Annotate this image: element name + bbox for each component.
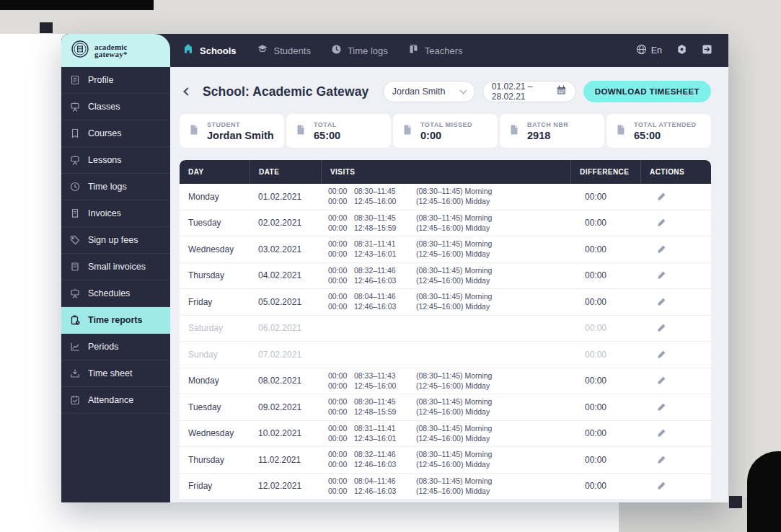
edit-button[interactable] [655,453,668,466]
sidebar-item-label: Periods [88,342,118,352]
sidebar-item-label: Courses [88,128,122,138]
calendar-check-icon [70,395,80,405]
logo-emblem-icon [71,40,89,61]
backdrop-black-square-top [40,22,53,33]
edit-button[interactable] [655,401,668,414]
sidebar-item-label: Sign up fees [88,235,138,245]
sidebar-item-classes[interactable]: Classes [61,94,170,120]
note-icon [295,124,306,138]
chevron-left-icon [183,87,191,95]
table-row-weekend: Saturday 06.02.2021 00:00 [180,316,711,342]
sidebar-item-sign-up-fees[interactable]: Sign up fees [61,227,170,254]
column-header-actions: Actions [640,160,711,184]
stat-label: BATCH NBR [527,121,568,128]
edit-button[interactable] [655,216,668,229]
edit-button[interactable] [655,374,668,387]
stat-value: Jordan Smith [207,130,274,141]
edit-button[interactable] [655,322,668,334]
date-range-input[interactable]: 01.02.21 – 28.02.21 [482,81,576,102]
sidebar-item-label: Invoices [88,208,121,218]
easel-icon [70,155,80,165]
language-selector[interactable]: En [636,44,662,57]
sidebar-item-label: Classes [88,102,120,112]
stat-card-total-attended: TOTAL ATTENDED65:00 [606,114,711,148]
easel-icon [70,102,80,112]
table-row: Tuesday 02.02.2021 00:0008:30–11:45(08:3… [180,210,711,237]
edit-button[interactable] [655,427,668,440]
sidebar-item-courses[interactable]: Courses [61,120,170,147]
sidebar-item-label: Lessons [88,155,122,165]
globe-icon [636,44,647,57]
graduation-cap-icon [257,43,268,58]
table-row: Wednesday 03.02.2021 00:0008:31–11:41(08… [180,236,711,263]
clipboard-clock-icon [70,315,80,325]
chart-line-icon [70,342,80,352]
podium-icon [408,44,419,58]
note-icon [188,124,200,138]
clock-icon [331,44,342,58]
student-select[interactable]: Jordan Smith [383,81,475,102]
sidebar-item-schedules[interactable]: Schedules [61,280,170,307]
sidebar-item-time-reports[interactable]: Time reports [61,307,170,334]
edit-button[interactable] [655,190,668,203]
table-row: Monday 01.02.2021 00:0008:30–11:45(08:30… [180,184,711,210]
calendar-icon [556,85,567,98]
sidebar-item-invoices[interactable]: Invoices [61,200,170,227]
sidebar-item-periods[interactable]: Periods [61,334,170,360]
sidebar-item-profile[interactable]: Profile [61,67,170,94]
sidebar-item-label: Time sheet [88,368,132,378]
settings-button[interactable] [676,44,687,58]
table-row: Friday 05.02.2021 00:0008:04–11:46(08:30… [180,289,711,316]
logo-wordmark: academicgateway* [94,43,128,58]
clock-icon [70,182,80,192]
back-button[interactable] [180,84,195,99]
nav-item-teachers[interactable]: Teachers [408,44,463,58]
download-timesheet-button[interactable]: DOWNLOAD TIMESHEET [583,81,711,102]
sidebar-item-label: Profile [88,75,113,85]
table-row: Friday 12.02.2021 00:0008:04–11:46(08:30… [180,474,711,500]
sidebar-item-time-sheet[interactable]: Time sheet [61,360,170,387]
stats-row: STUDENTJordan Smith TOTAL65:00 TOTAL MIS… [180,114,711,148]
stat-card-total: TOTAL65:00 [286,114,391,148]
sidebar-item-time-logs[interactable]: Time logs [61,174,170,200]
table-row: Wednesday 10.02.2021 00:0008:31–11:41(08… [180,421,711,448]
column-header-date: Date [250,160,321,184]
top-navigation: Schools Students Time logs Teachers En [170,34,728,67]
nav-item-label: Teachers [425,45,463,56]
column-header-visits: Visits [321,160,570,184]
app-logo[interactable]: academicgateway* [61,34,170,67]
sidebar-item-label: Schedules [88,288,130,298]
column-header-difference: Difference [570,160,640,184]
stat-card-batch-nbr: BATCH NBR2918 [500,114,604,148]
receipt-icon [70,262,80,272]
sidebar-item-attendance[interactable]: Attendance [61,387,170,414]
sidebar-item-small-invoices[interactable]: Small invoices [61,254,170,280]
sidebar-item-label: Time logs [88,182,127,192]
receipt-icon [70,208,80,218]
building-icon [182,43,194,58]
backdrop-black-bottom-right [747,451,781,532]
edit-button[interactable] [655,243,668,256]
table-row: Thursday 11.02.2021 00:0008:32–11:46(08:… [180,447,711,474]
sidebar-item-lessons[interactable]: Lessons [61,147,170,174]
edit-button[interactable] [655,348,668,361]
tag-icon [70,235,80,245]
note-icon [402,124,413,138]
nav-item-students[interactable]: Students [257,43,311,58]
language-label: En [651,45,662,56]
sidebar: academicgateway* Profile Classes Courses… [61,34,170,502]
table-row: Tuesday 09.02.2021 00:0008:30–11:45(08:3… [180,394,711,421]
edit-button[interactable] [655,296,668,309]
edit-button[interactable] [655,269,668,282]
sidebar-item-label: Attendance [88,395,133,405]
nav-item-time-logs[interactable]: Time logs [331,44,388,58]
page-title: School: Academic Gateway [203,84,369,99]
note-icon [508,124,520,138]
document-icon [70,75,80,85]
edit-button[interactable] [655,479,668,492]
gear-nut-icon [676,45,687,57]
logout-button[interactable] [702,44,712,58]
app-window: academicgateway* Profile Classes Courses… [61,34,728,502]
nav-item-schools[interactable]: Schools [182,43,237,58]
backdrop-black-top-left [0,0,154,10]
